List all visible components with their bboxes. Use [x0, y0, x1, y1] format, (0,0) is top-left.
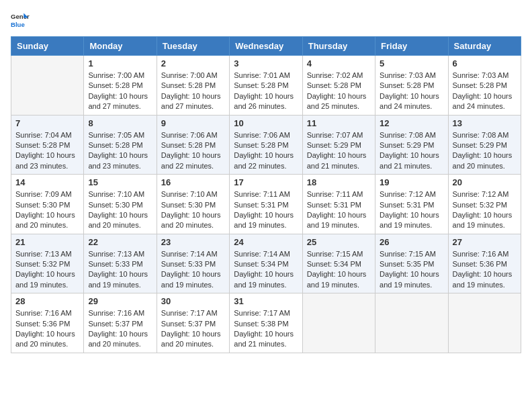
day-number: 28 — [15, 296, 79, 306]
calendar-header-wednesday: Wednesday — [230, 37, 302, 56]
day-info: Sunrise: 7:15 AM Sunset: 5:35 PM Dayligh… — [380, 249, 443, 291]
day-info: Sunrise: 7:15 AM Sunset: 5:34 PM Dayligh… — [307, 249, 371, 291]
day-info: Sunrise: 7:14 AM Sunset: 5:34 PM Dayligh… — [234, 249, 298, 291]
calendar-header-thursday: Thursday — [302, 37, 375, 56]
day-info: Sunrise: 7:12 AM Sunset: 5:31 PM Dayligh… — [380, 189, 443, 231]
calendar-cell: 18Sunrise: 7:11 AM Sunset: 5:31 PM Dayli… — [302, 175, 375, 234]
day-info: Sunrise: 7:09 AM Sunset: 5:30 PM Dayligh… — [15, 189, 79, 231]
calendar-cell: 12Sunrise: 7:08 AM Sunset: 5:29 PM Dayli… — [375, 115, 448, 175]
day-number: 31 — [234, 296, 298, 306]
calendar-cell: 9Sunrise: 7:06 AM Sunset: 5:28 PM Daylig… — [157, 115, 229, 175]
calendar-table: SundayMondayTuesdayWednesdayThursdayFrid… — [11, 36, 521, 353]
calendar-cell — [448, 293, 521, 353]
day-number: 26 — [380, 237, 443, 247]
calendar-cell: 6Sunrise: 7:03 AM Sunset: 5:28 PM Daylig… — [448, 56, 521, 116]
day-number: 14 — [15, 177, 79, 187]
day-info: Sunrise: 7:02 AM Sunset: 5:28 PM Dayligh… — [307, 71, 371, 112]
calendar-cell: 4Sunrise: 7:02 AM Sunset: 5:28 PM Daylig… — [302, 56, 375, 116]
calendar-cell: 3Sunrise: 7:01 AM Sunset: 5:28 PM Daylig… — [230, 56, 302, 116]
calendar-cell: 30Sunrise: 7:17 AM Sunset: 5:37 PM Dayli… — [157, 293, 229, 353]
day-number: 9 — [161, 118, 225, 128]
calendar-cell — [375, 293, 448, 353]
calendar-cell: 1Sunrise: 7:00 AM Sunset: 5:28 PM Daylig… — [84, 56, 157, 116]
calendar-cell: 21Sunrise: 7:13 AM Sunset: 5:32 PM Dayli… — [11, 234, 84, 293]
calendar-cell: 24Sunrise: 7:14 AM Sunset: 5:34 PM Dayli… — [230, 234, 302, 293]
day-number: 21 — [15, 237, 79, 247]
day-number: 17 — [234, 177, 298, 187]
calendar-cell: 5Sunrise: 7:03 AM Sunset: 5:28 PM Daylig… — [375, 56, 448, 116]
calendar-cell: 25Sunrise: 7:15 AM Sunset: 5:34 PM Dayli… — [302, 234, 375, 293]
day-number: 7 — [15, 118, 79, 128]
calendar-week-row: 28Sunrise: 7:16 AM Sunset: 5:36 PM Dayli… — [11, 293, 521, 353]
day-info: Sunrise: 7:13 AM Sunset: 5:33 PM Dayligh… — [88, 249, 152, 291]
logo-icon: General Blue — [11, 11, 30, 30]
calendar-cell: 8Sunrise: 7:05 AM Sunset: 5:28 PM Daylig… — [84, 115, 157, 175]
day-number: 10 — [234, 118, 298, 128]
day-number: 5 — [380, 58, 443, 68]
day-info: Sunrise: 7:07 AM Sunset: 5:29 PM Dayligh… — [307, 130, 371, 172]
calendar-cell: 23Sunrise: 7:14 AM Sunset: 5:33 PM Dayli… — [157, 234, 229, 293]
day-number: 1 — [88, 58, 152, 68]
calendar-week-row: 7Sunrise: 7:04 AM Sunset: 5:28 PM Daylig… — [11, 115, 521, 175]
day-number: 6 — [453, 58, 517, 68]
calendar-week-row: 14Sunrise: 7:09 AM Sunset: 5:30 PM Dayli… — [11, 175, 521, 234]
svg-text:Blue: Blue — [11, 21, 25, 28]
day-number: 4 — [307, 58, 371, 68]
day-number: 11 — [307, 118, 371, 128]
calendar-week-row: 21Sunrise: 7:13 AM Sunset: 5:32 PM Dayli… — [11, 234, 521, 293]
day-info: Sunrise: 7:10 AM Sunset: 5:30 PM Dayligh… — [88, 189, 152, 231]
day-number: 15 — [88, 177, 152, 187]
day-info: Sunrise: 7:06 AM Sunset: 5:28 PM Dayligh… — [161, 130, 225, 172]
day-info: Sunrise: 7:11 AM Sunset: 5:31 PM Dayligh… — [234, 189, 298, 231]
day-info: Sunrise: 7:08 AM Sunset: 5:29 PM Dayligh… — [380, 130, 443, 172]
day-info: Sunrise: 7:08 AM Sunset: 5:29 PM Dayligh… — [453, 130, 517, 172]
day-number: 19 — [380, 177, 443, 187]
calendar-cell — [302, 293, 375, 353]
day-number: 23 — [161, 237, 225, 247]
day-info: Sunrise: 7:16 AM Sunset: 5:36 PM Dayligh… — [15, 308, 79, 350]
calendar-header-sunday: Sunday — [11, 37, 84, 56]
day-info: Sunrise: 7:00 AM Sunset: 5:28 PM Dayligh… — [88, 71, 152, 112]
calendar-cell: 10Sunrise: 7:06 AM Sunset: 5:28 PM Dayli… — [230, 115, 302, 175]
calendar-cell: 27Sunrise: 7:16 AM Sunset: 5:36 PM Dayli… — [448, 234, 521, 293]
calendar-cell: 15Sunrise: 7:10 AM Sunset: 5:30 PM Dayli… — [84, 175, 157, 234]
day-number: 16 — [161, 177, 225, 187]
calendar-cell: 14Sunrise: 7:09 AM Sunset: 5:30 PM Dayli… — [11, 175, 84, 234]
calendar-cell — [11, 56, 84, 116]
calendar-cell: 7Sunrise: 7:04 AM Sunset: 5:28 PM Daylig… — [11, 115, 84, 175]
calendar-cell: 2Sunrise: 7:00 AM Sunset: 5:28 PM Daylig… — [157, 56, 229, 116]
day-info: Sunrise: 7:13 AM Sunset: 5:32 PM Dayligh… — [15, 249, 79, 291]
day-info: Sunrise: 7:10 AM Sunset: 5:30 PM Dayligh… — [161, 189, 225, 231]
day-number: 27 — [453, 237, 517, 247]
day-number: 13 — [453, 118, 517, 128]
calendar-cell: 19Sunrise: 7:12 AM Sunset: 5:31 PM Dayli… — [375, 175, 448, 234]
calendar-header-monday: Monday — [84, 37, 157, 56]
day-info: Sunrise: 7:14 AM Sunset: 5:33 PM Dayligh… — [161, 249, 225, 291]
calendar-cell: 29Sunrise: 7:16 AM Sunset: 5:37 PM Dayli… — [84, 293, 157, 353]
calendar-cell: 13Sunrise: 7:08 AM Sunset: 5:29 PM Dayli… — [448, 115, 521, 175]
day-info: Sunrise: 7:16 AM Sunset: 5:36 PM Dayligh… — [453, 249, 517, 291]
calendar-cell: 17Sunrise: 7:11 AM Sunset: 5:31 PM Dayli… — [230, 175, 302, 234]
calendar-cell: 11Sunrise: 7:07 AM Sunset: 5:29 PM Dayli… — [302, 115, 375, 175]
calendar-cell: 26Sunrise: 7:15 AM Sunset: 5:35 PM Dayli… — [375, 234, 448, 293]
day-number: 2 — [161, 58, 225, 68]
day-info: Sunrise: 7:11 AM Sunset: 5:31 PM Dayligh… — [307, 189, 371, 231]
calendar-header-row: SundayMondayTuesdayWednesdayThursdayFrid… — [11, 37, 521, 56]
calendar-week-row: 1Sunrise: 7:00 AM Sunset: 5:28 PM Daylig… — [11, 56, 521, 116]
day-info: Sunrise: 7:03 AM Sunset: 5:28 PM Dayligh… — [380, 71, 443, 112]
day-info: Sunrise: 7:03 AM Sunset: 5:28 PM Dayligh… — [453, 71, 517, 112]
page-header: General Blue — [11, 11, 521, 30]
day-number: 3 — [234, 58, 298, 68]
day-info: Sunrise: 7:17 AM Sunset: 5:37 PM Dayligh… — [161, 308, 225, 350]
day-info: Sunrise: 7:00 AM Sunset: 5:28 PM Dayligh… — [161, 71, 225, 112]
calendar-header-friday: Friday — [375, 37, 448, 56]
day-number: 25 — [307, 237, 371, 247]
calendar-cell: 28Sunrise: 7:16 AM Sunset: 5:36 PM Dayli… — [11, 293, 84, 353]
day-number: 30 — [161, 296, 225, 306]
day-number: 24 — [234, 237, 298, 247]
calendar-cell: 22Sunrise: 7:13 AM Sunset: 5:33 PM Dayli… — [84, 234, 157, 293]
calendar-header-saturday: Saturday — [448, 37, 521, 56]
day-info: Sunrise: 7:01 AM Sunset: 5:28 PM Dayligh… — [234, 71, 298, 112]
calendar-cell: 16Sunrise: 7:10 AM Sunset: 5:30 PM Dayli… — [157, 175, 229, 234]
calendar-header-tuesday: Tuesday — [157, 37, 229, 56]
